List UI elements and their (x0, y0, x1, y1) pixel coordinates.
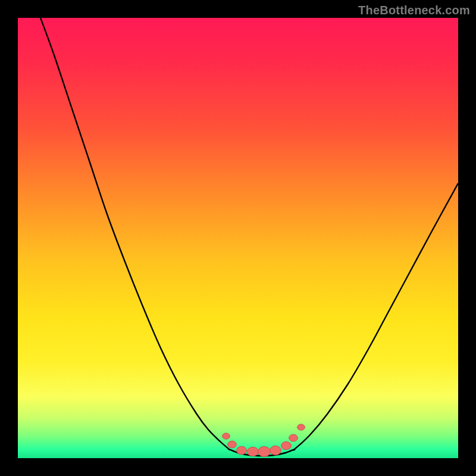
bottleneck-curve (18, 18, 458, 458)
curve-dot (281, 441, 292, 450)
plot-area (18, 18, 458, 458)
curve-dot (223, 433, 230, 439)
curve-dot (298, 424, 305, 430)
curve-dot (248, 447, 259, 456)
curve-dot (289, 434, 298, 441)
chart-frame: TheBottleneck.com (0, 0, 476, 476)
curve-dot (270, 446, 281, 455)
curve-dots-group (223, 424, 305, 457)
curve-line (40, 18, 458, 456)
curve-dot (258, 447, 271, 457)
curve-dot (237, 446, 247, 455)
watermark-label: TheBottleneck.com (358, 4, 470, 17)
curve-dot (228, 441, 237, 448)
